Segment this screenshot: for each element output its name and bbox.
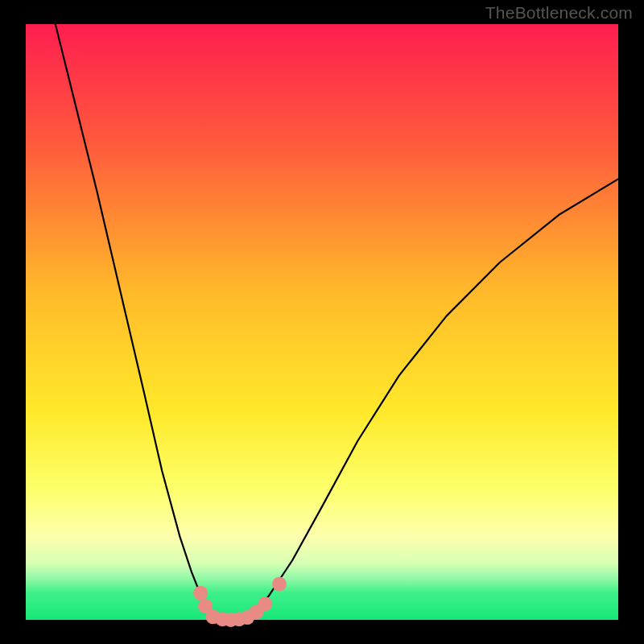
chart-frame: TheBottleneck.com	[0, 0, 644, 644]
trough-marker-dot	[258, 597, 272, 611]
watermark-text: TheBottleneck.com	[485, 3, 633, 23]
trough-marker-dot	[193, 586, 208, 601]
gradient-background	[26, 24, 618, 620]
chart-svg	[0, 0, 644, 644]
trough-marker-dot	[272, 577, 287, 592]
